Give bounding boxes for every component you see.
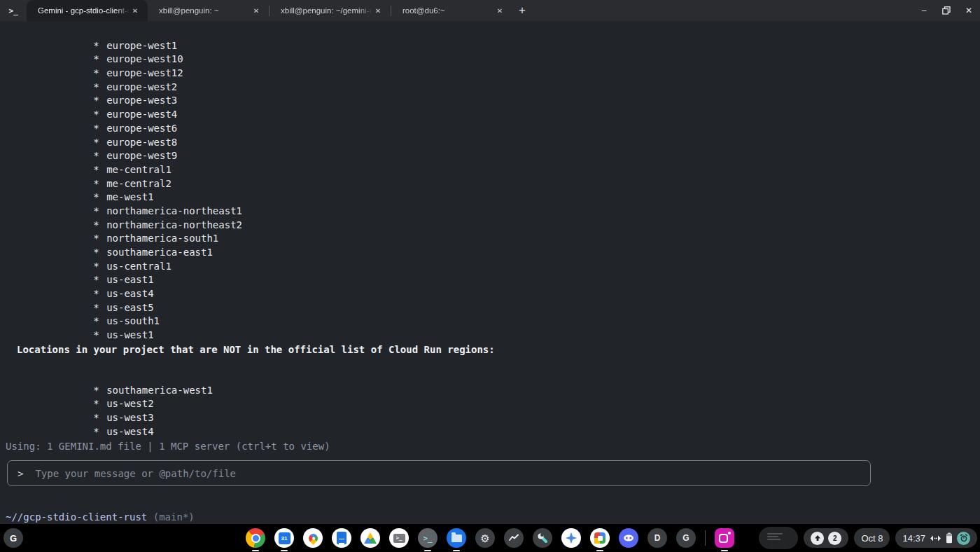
update-icon	[811, 532, 824, 545]
shelf-item-chat[interactable]	[590, 528, 610, 548]
bullet: *	[93, 246, 106, 260]
region-name: us-west1	[106, 329, 153, 340]
shelf-item-calendar[interactable]: 31	[274, 528, 294, 548]
running-indicator	[252, 550, 259, 551]
g-letter-icon: G	[676, 528, 696, 548]
prompt-chevron: >	[18, 468, 23, 479]
bullet: *	[93, 177, 106, 191]
bullet: *	[93, 122, 106, 136]
running-indicator	[453, 550, 460, 551]
region-list-item: *southamerica-west1	[17, 370, 213, 384]
chrome-icon	[246, 528, 265, 548]
new-tab-button[interactable]: +	[512, 1, 532, 20]
bullet: *	[93, 53, 106, 67]
shelf-item-docs[interactable]	[332, 528, 351, 548]
shelf-item-tools[interactable]	[533, 528, 552, 548]
region-name: europe-west2	[106, 81, 177, 92]
date-pill[interactable]: Oct 8	[854, 528, 890, 548]
running-indicator	[596, 550, 603, 551]
notification-pill[interactable]: 2	[804, 528, 848, 548]
prompt-input-box[interactable]: >	[7, 460, 871, 486]
shelf-item-remote-desktop[interactable]: >_	[389, 528, 409, 548]
region-name: northamerica-northeast2	[106, 219, 242, 230]
shelf-item-d-app[interactable]: D	[648, 528, 667, 548]
bullet: *	[93, 397, 106, 411]
shelf-item-star-app[interactable]	[561, 528, 581, 548]
gear-icon: ⚙	[475, 528, 495, 548]
shelf-item-chrome[interactable]	[246, 528, 265, 548]
close-window-button[interactable]: ✕	[963, 5, 974, 16]
running-indicator	[721, 550, 728, 551]
shelf-item-terminal[interactable]: >_	[418, 528, 438, 548]
tab-label: xbill@penguin: ~/gemini-cli-codeas	[281, 6, 372, 15]
tab-label: xbill@penguin: ~	[159, 6, 251, 15]
region-name: europe-west8	[106, 137, 177, 148]
shelf-app-row: 31	[246, 528, 734, 548]
gemini-cli-output: *europe-west1 *europe-west10 *europe-wes…	[0, 21, 980, 524]
close-icon[interactable]: ✕	[494, 5, 505, 16]
shelf-item-maps[interactable]	[303, 528, 323, 548]
ethernet-icon	[930, 534, 941, 542]
shelf-item-google-g[interactable]: G	[676, 528, 696, 548]
tab-gemini[interactable]: Gemini - gcp-stdio-client-rust ✕	[27, 0, 148, 21]
terminal-icon: >_	[418, 528, 438, 548]
line-chart-icon	[504, 528, 524, 548]
shelf-item-activity[interactable]	[504, 528, 524, 548]
tab-label: Gemini - gcp-stdio-client-rust	[38, 6, 130, 15]
running-indicator	[424, 550, 431, 551]
region-name: europe-west9	[106, 150, 177, 161]
shelf-item-settings[interactable]: ⚙	[475, 528, 495, 548]
tab-root-du6[interactable]: root@du6:~ ✕	[391, 0, 512, 21]
shelf: G 31	[0, 524, 980, 552]
docs-icon	[332, 528, 351, 548]
terminal-window: >_ Gemini - gcp-stdio-client-rust ✕ xbil…	[0, 0, 980, 524]
vm-status-icon	[957, 532, 970, 545]
discord-icon	[619, 528, 638, 548]
region-name: europe-west10	[106, 53, 183, 64]
repo-path: ~//gcp-stdio-client-rust	[6, 511, 147, 523]
launcher-button[interactable]: G	[4, 528, 23, 548]
tote-screenshot-preview[interactable]	[759, 527, 798, 549]
tab-xbill-codeassist[interactable]: xbill@penguin: ~/gemini-cli-codeas ✕	[270, 0, 391, 21]
status-tray: 2 Oct 8 14:37	[759, 527, 977, 549]
shelf-item-magenta-app[interactable]	[715, 528, 734, 548]
bullet: *	[93, 108, 106, 122]
tab-label: root@du6:~	[402, 6, 494, 15]
region-name: europe-west6	[106, 123, 177, 134]
region-name: us-east1	[106, 274, 153, 285]
cli-status-bar: ~//gcp-stdio-client-rust (main*) no sand…	[6, 496, 871, 510]
region-name: europe-west4	[106, 109, 177, 120]
running-indicator	[281, 550, 288, 551]
minimize-button[interactable]: –	[918, 5, 930, 16]
close-icon[interactable]: ✕	[372, 5, 384, 16]
chat-bubble-icon	[590, 528, 610, 548]
git-branch: (main*)	[153, 511, 195, 523]
drive-icon	[360, 528, 380, 548]
quick-settings-pill[interactable]: 14:37	[895, 528, 977, 548]
region-name: europe-west1	[106, 40, 177, 51]
message-input[interactable]	[35, 468, 860, 479]
close-icon[interactable]: ✕	[130, 5, 141, 16]
region-name: northamerica-northeast1	[106, 205, 242, 216]
shelf-item-discord[interactable]	[619, 528, 638, 548]
region-name: me-central1	[106, 164, 172, 175]
clock-label: 14:37	[902, 533, 925, 544]
shelf-item-files[interactable]	[447, 528, 466, 548]
shelf-item-drive[interactable]	[360, 528, 380, 548]
official-region-list: *europe-west1 *europe-west10 *europe-wes…	[17, 25, 242, 329]
files-folder-icon	[447, 528, 466, 548]
chromeos-desktop: >_ Gemini - gcp-stdio-client-rust ✕ xbil…	[0, 0, 980, 552]
magenta-app-icon	[715, 528, 734, 548]
close-icon[interactable]: ✕	[251, 5, 262, 16]
region-name: southamerica-west1	[106, 385, 213, 396]
region-name: europe-west12	[106, 67, 183, 78]
region-name: europe-west3	[106, 95, 177, 106]
bullet: *	[93, 191, 106, 205]
bullet: *	[93, 94, 106, 108]
restore-button[interactable]	[941, 5, 952, 16]
bullet: *	[93, 425, 106, 439]
d-letter-icon: D	[648, 528, 667, 548]
tab-xbill-home[interactable]: xbill@penguin: ~ ✕	[148, 0, 269, 21]
restore-icon	[942, 6, 951, 15]
bullet: *	[93, 315, 106, 329]
